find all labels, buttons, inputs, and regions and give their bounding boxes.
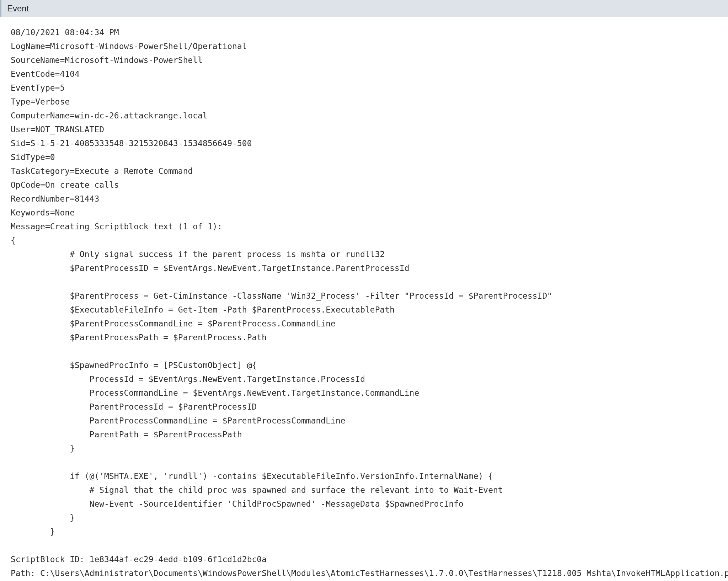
event-header-title: Event — [7, 4, 29, 13]
event-header: Event — [0, 0, 728, 17]
event-raw-text: 08/10/2021 08:04:34 PM LogName=Microsoft… — [11, 28, 728, 578]
event-body: 08/10/2021 08:04:34 PM LogName=Microsoft… — [0, 17, 728, 581]
